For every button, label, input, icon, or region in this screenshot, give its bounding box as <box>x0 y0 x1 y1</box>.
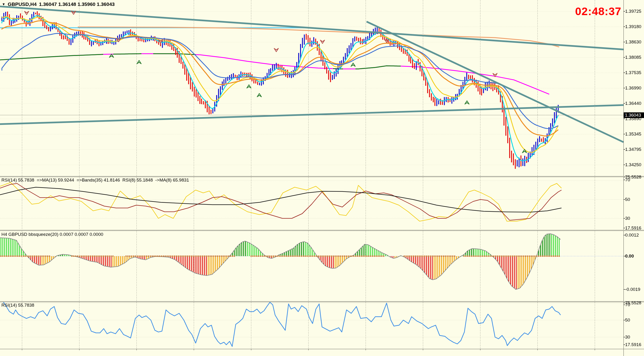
panel-divider[interactable] <box>0 230 644 231</box>
panel-divider[interactable] <box>0 176 644 177</box>
axis-label: 17.5916 <box>625 226 642 231</box>
axis-label: 1.34795 <box>625 147 642 152</box>
axis-label: 1.39180 <box>625 24 642 29</box>
axis-label: 1.38085 <box>625 55 642 60</box>
axis-label: 1.39725 <box>625 9 642 14</box>
rsi-multi-indicator-canvas[interactable] <box>0 177 644 230</box>
rsi2-panel-header: RSI(14) 55.7838 <box>2 303 34 308</box>
panel-divider[interactable] <box>0 301 644 302</box>
axis-label: 1.36990 <box>625 85 642 91</box>
axis-label: 0.00 <box>625 254 634 259</box>
axis-label: -0.0019 <box>625 287 640 292</box>
candle-countdown-clock: 02:48:37 <box>575 5 621 18</box>
bbsqueeze-indicator-canvas[interactable] <box>0 231 644 301</box>
axis-label: 70 <box>625 177 630 183</box>
axis-label: 1.34250 <box>625 162 642 167</box>
main-price-chart-canvas[interactable] <box>0 0 644 176</box>
axis-label: 1.38630 <box>625 39 642 45</box>
axis-label: 1.36440 <box>625 101 642 106</box>
time-axis[interactable]: 29 Jul 20212 Aug 20:005 Aug 12:0010 Aug … <box>0 349 644 356</box>
rsi14-indicator-canvas[interactable] <box>0 302 644 349</box>
axis-label: 1.37535 <box>625 70 642 75</box>
axis-label: 30 <box>625 216 630 221</box>
bbsqueeze-panel-header: H4 GBPUSD bbsqueeze(20) 0.0007 0.0007 0.… <box>2 232 103 237</box>
chart-title: ▼ GBPUSD,H4 1.36047 1.36148 1.35960 1.36… <box>2 2 115 7</box>
price-axis-separator <box>624 0 624 356</box>
rsi-panel-header: RSI(14) 55.7838 =>MA(13) 59.9244 =>Bands… <box>2 177 189 183</box>
axis-label: 17.5916 <box>625 342 642 347</box>
axis-label: 70 <box>625 302 630 307</box>
current-price-tag: 1.36043 <box>624 112 644 118</box>
axis-label: 50 <box>625 197 630 202</box>
axis-label: 0.0012 <box>625 233 639 238</box>
symbol-period-label: GBPUSD,H4 <box>8 2 37 7</box>
ohlc-values: 1.36047 1.36148 1.35960 1.36043 <box>39 2 114 7</box>
symbol-dropdown-icon[interactable]: ▼ <box>2 2 6 6</box>
trading-terminal-window: ▼ GBPUSD,H4 1.36047 1.36148 1.35960 1.36… <box>0 0 644 356</box>
axis-label: 50 <box>625 317 630 323</box>
axis-label: 30 <box>625 334 630 340</box>
axis-label: 1.35345 <box>625 131 642 137</box>
